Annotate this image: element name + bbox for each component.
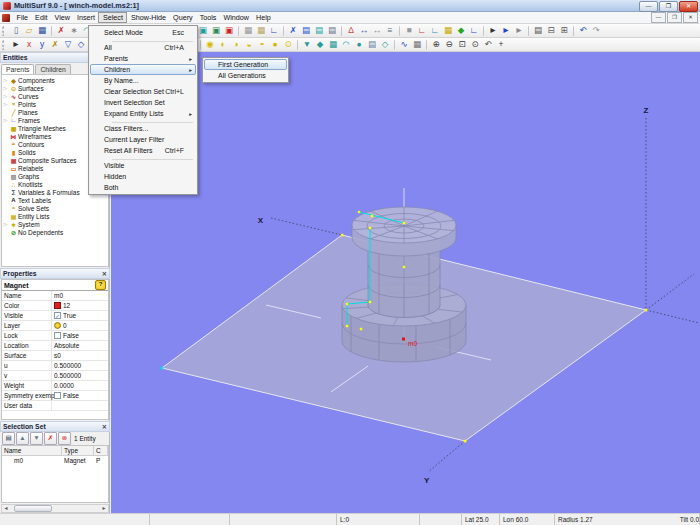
property-value[interactable]: False <box>63 392 79 399</box>
separator[interactable] <box>394 40 396 50</box>
separator[interactable] <box>51 26 53 36</box>
separator[interactable] <box>426 40 428 50</box>
menu-item-select-mode[interactable]: Select Mode Esc ▸ <box>90 27 196 38</box>
move-down-icon[interactable]: ▼ <box>30 432 43 445</box>
separator[interactable] <box>297 40 299 50</box>
select-cursor-icon[interactable]: ► <box>487 25 499 37</box>
select-filter-icon[interactable]: ► <box>10 39 22 51</box>
visibility-icon[interactable]: ⊙ <box>282 39 294 51</box>
menubar-insert[interactable]: Insert <box>73 12 98 23</box>
tool-icon[interactable]: ■ <box>403 25 415 37</box>
property-value[interactable]: 0.500000 <box>54 372 81 379</box>
separator[interactable] <box>573 26 575 36</box>
visibility-icon[interactable]: ● <box>269 39 281 51</box>
tool-icon[interactable]: ∟ <box>416 25 428 37</box>
close-button[interactable]: ✕ <box>679 1 698 12</box>
menu-item-children[interactable]: Children ▸ <box>90 64 196 75</box>
property-value[interactable]: s0 <box>54 352 61 359</box>
zoom-out-icon[interactable]: ⊖ <box>443 39 455 51</box>
tool-icon[interactable]: ▦ <box>442 25 454 37</box>
visibility-icon[interactable]: ◑ <box>230 39 242 51</box>
menubar-file[interactable]: File <box>13 12 32 23</box>
property-u[interactable]: u 0.500000 <box>2 361 108 371</box>
scroll-right-icon[interactable]: ► <box>100 505 108 512</box>
measure-span-icon[interactable]: ↔ <box>371 25 383 37</box>
restore-button[interactable]: ❐ <box>659 1 678 12</box>
column-type[interactable]: Type <box>62 446 94 455</box>
separator[interactable] <box>483 26 485 36</box>
delete-icon[interactable]: ✗ <box>287 25 299 37</box>
tile-vertical-icon[interactable]: ⊞ <box>558 25 570 37</box>
property-value[interactable]: 0.0000 <box>54 382 74 389</box>
property-value[interactable]: True <box>63 312 76 319</box>
menu-item-hidden[interactable]: Hidden ▸ <box>90 171 196 182</box>
tab-children[interactable]: Children <box>35 64 70 74</box>
filter-point-icon[interactable]: ✗ <box>49 39 61 51</box>
visibility-icon[interactable]: ◓ <box>256 39 268 51</box>
menu-item-all[interactable]: All Ctrl+A ▸ <box>90 42 196 53</box>
display-mode-icon[interactable]: ▦ <box>327 39 339 51</box>
property-value[interactable]: 12 <box>63 302 70 309</box>
duplicate-icon[interactable]: ▤ <box>326 25 338 37</box>
separator[interactable] <box>283 26 285 36</box>
minimize-button[interactable]: — <box>639 1 658 12</box>
expander-icon[interactable] <box>2 86 9 91</box>
table-row[interactable]: m0 Magnet P <box>2 456 108 465</box>
menu-item-first-generation[interactable]: First Generation <box>204 59 287 70</box>
filter-curve-icon[interactable]: ▽ <box>62 39 74 51</box>
menu-item-visible[interactable]: Visible ▸ <box>90 160 196 171</box>
visibility-icon[interactable]: ◒ <box>243 39 255 51</box>
redo-icon[interactable]: ↷ <box>590 25 602 37</box>
separator[interactable] <box>341 26 343 36</box>
tree-item-no-dependents[interactable]: ⊘ No Dependents <box>2 228 108 236</box>
menubar-show-hide[interactable]: Show-Hide <box>127 12 169 23</box>
visibility-icon[interactable]: ◐ <box>217 39 229 51</box>
mdi-restore-button[interactable]: ❐ <box>667 12 682 23</box>
filter-y-icon[interactable]: y <box>36 39 48 51</box>
menubar-select[interactable]: Select <box>98 12 127 23</box>
visibility-icon[interactable]: ◉ <box>204 39 216 51</box>
menubar-help[interactable]: Help <box>253 12 275 23</box>
toolbar-grip[interactable] <box>2 26 7 36</box>
menu-item-class-filters[interactable]: Class Filters... ▸ <box>90 123 196 134</box>
property-location[interactable]: Location Absolute <box>2 341 108 351</box>
separator[interactable] <box>399 26 401 36</box>
view-pane-icon[interactable]: ▣ <box>223 25 235 37</box>
menu-item-all-generations[interactable]: All Generations <box>204 70 287 81</box>
view-pane-icon[interactable]: ▣ <box>197 25 209 37</box>
close-icon[interactable]: ✕ <box>102 270 107 278</box>
move-up-icon[interactable]: ▲ <box>16 432 29 445</box>
paste-icon[interactable]: ▤ <box>313 25 325 37</box>
property-value[interactable]: Absolute <box>54 342 79 349</box>
cascade-windows-icon[interactable]: ▤ <box>532 25 544 37</box>
mdi-close-button[interactable]: ✕ <box>683 12 698 23</box>
measure-distance-icon[interactable]: ↔ <box>358 25 370 37</box>
edit-curve-icon[interactable]: ∿ <box>398 39 410 51</box>
scroll-left-icon[interactable]: ◄ <box>2 505 10 512</box>
property-value-icon[interactable] <box>54 302 61 309</box>
mesh-icon[interactable]: ▦ <box>411 39 423 51</box>
zoom-in-icon[interactable]: ⊕ <box>430 39 442 51</box>
tree-item-entity-lists[interactable]: ▤ Entity Lists <box>2 212 108 220</box>
expander-icon[interactable] <box>2 222 9 227</box>
tool-icon[interactable]: ◆ <box>455 25 467 37</box>
help-bulb-icon[interactable]: ? <box>95 280 106 290</box>
menu-item-by-name[interactable]: By Name... ▸ <box>90 75 196 86</box>
property-color[interactable]: Color 12 <box>2 301 108 311</box>
tree-item-text-labels[interactable]: A Text Labels <box>2 196 108 204</box>
menu-item-expand-entity-lists[interactable]: Expand Entity Lists ▸ <box>90 108 196 119</box>
menubar-window[interactable]: Window <box>220 12 253 23</box>
grid-icon[interactable]: ▦ <box>242 25 254 37</box>
display-mode-icon[interactable]: ◆ <box>314 39 326 51</box>
expander-icon[interactable] <box>2 102 9 107</box>
property-user-data[interactable]: User data <box>2 401 108 411</box>
menu-item-clear-selection-set[interactable]: Clear Selection Set Ctrl+L ▸ <box>90 86 196 97</box>
property-layer[interactable]: Layer 0 <box>2 321 108 331</box>
menu-item-current-layer-filter[interactable]: Current Layer Filter ▸ <box>90 134 196 145</box>
close-icon[interactable]: ✕ <box>102 423 107 431</box>
property-symmetry-exempt[interactable]: Symmetry exempt False <box>2 391 108 401</box>
entity-list-icon[interactable]: ▤ <box>2 432 15 445</box>
property-value-icon[interactable] <box>54 392 61 399</box>
toolbar-grip[interactable] <box>2 40 7 50</box>
open-file-icon[interactable]: ▱ <box>23 25 35 37</box>
